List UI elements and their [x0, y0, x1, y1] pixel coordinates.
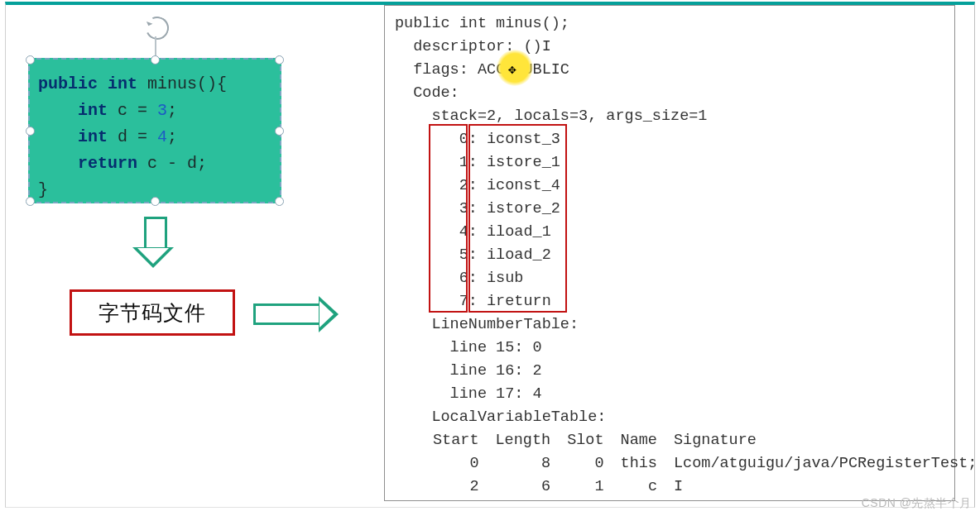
- table-header-cell: Slot: [559, 429, 612, 452]
- resize-handle-icon[interactable]: [151, 197, 160, 206]
- table-cell: 8: [488, 452, 560, 475]
- instruction-row: 1: istore_1: [395, 151, 948, 174]
- table-header-cell: Signature: [665, 429, 980, 452]
- table-cell: 6: [488, 475, 560, 499]
- watermark: CSDN @先熬半个月: [862, 496, 972, 511]
- lnt-row: line 17: 4: [395, 383, 948, 406]
- dump-descriptor: descriptor: ()I: [395, 36, 948, 59]
- table-header-cell: Start: [425, 429, 488, 452]
- resize-handle-icon[interactable]: [275, 55, 284, 64]
- resize-handle-icon[interactable]: [26, 55, 35, 64]
- local-var-table: StartLengthSlotNameSignature 080thisLcom…: [425, 429, 980, 499]
- table-cell: c: [612, 475, 665, 499]
- table-cell: Lcom/atguigu/java/PCRegisterTest;: [665, 452, 980, 475]
- instruction-row: 7: ireturn: [395, 290, 948, 313]
- code-text: return: [78, 154, 137, 173]
- code-text: int: [78, 101, 108, 120]
- source-code-shape[interactable]: public int minus(){ int c = 3; int d = 4…: [28, 58, 281, 203]
- instruction-row: 0: iconst_3: [395, 128, 948, 151]
- instruction-row: 2: iconst_4: [395, 174, 948, 198]
- table-cell: I: [665, 475, 980, 499]
- resize-handle-icon[interactable]: [275, 197, 284, 206]
- code-text: public int: [38, 74, 137, 93]
- table-cell: this: [612, 452, 665, 475]
- instruction-list: 0: iconst_3 1: istore_1 2: iconst_4 3: i…: [395, 128, 948, 313]
- table-header-cell: Length: [488, 429, 560, 452]
- code-text: c - d;: [137, 154, 207, 173]
- resize-handle-icon[interactable]: [26, 127, 35, 136]
- dump-code-label: Code:: [395, 82, 948, 105]
- lnt-row: line 16: 2: [395, 360, 948, 383]
- table-cell: 0: [559, 452, 612, 475]
- arrow-right-icon: [253, 296, 339, 332]
- table-row: 261cI: [425, 475, 980, 499]
- code-text: 3: [157, 101, 167, 120]
- code-text: 4: [157, 127, 167, 146]
- table-cell: 1: [559, 475, 612, 499]
- resize-handle-icon[interactable]: [151, 55, 160, 64]
- bytecode-file-label: 字节码文件: [70, 289, 235, 336]
- table-row: 080thisLcom/atguigu/java/PCRegisterTest;: [425, 452, 980, 475]
- dump-stack-line: stack=2, locals=3, args_size=1: [395, 105, 948, 128]
- instruction-row: 3: istore_2: [395, 198, 948, 221]
- table-cell: 2: [425, 475, 488, 499]
- table-cell: 0: [425, 452, 488, 475]
- code-text: c =: [108, 101, 157, 120]
- dump-signature: public int minus();: [395, 12, 948, 36]
- resize-handle-icon[interactable]: [275, 127, 284, 136]
- resize-handle-icon[interactable]: [26, 197, 35, 206]
- instruction-row: 5: iload_2: [395, 244, 948, 267]
- local-var-table-label: LocalVariableTable:: [395, 406, 948, 429]
- code-text: int: [78, 127, 108, 146]
- table-header-cell: Name: [612, 429, 665, 452]
- arrow-down-icon: [132, 217, 174, 266]
- code-text: }: [38, 180, 48, 199]
- line-number-table-label: LineNumberTable:: [395, 313, 948, 337]
- source-code-content: public int minus(){ int c = 3; int d = 4…: [38, 71, 271, 203]
- bytecode-file-text: 字节码文件: [98, 299, 206, 327]
- table-row: StartLengthSlotNameSignature: [425, 429, 980, 452]
- dump-flags: flags: ACC_PUBLIC: [395, 59, 948, 82]
- javap-output: public int minus(); descriptor: ()I flag…: [384, 5, 955, 501]
- instruction-row: 6: isub: [395, 267, 948, 290]
- code-text: d =: [108, 127, 157, 146]
- line-number-table: line 15: 0 line 16: 2 line 17: 4: [395, 337, 948, 406]
- lnt-row: line 15: 0: [395, 337, 948, 360]
- instruction-row: 4: iload_1: [395, 221, 948, 244]
